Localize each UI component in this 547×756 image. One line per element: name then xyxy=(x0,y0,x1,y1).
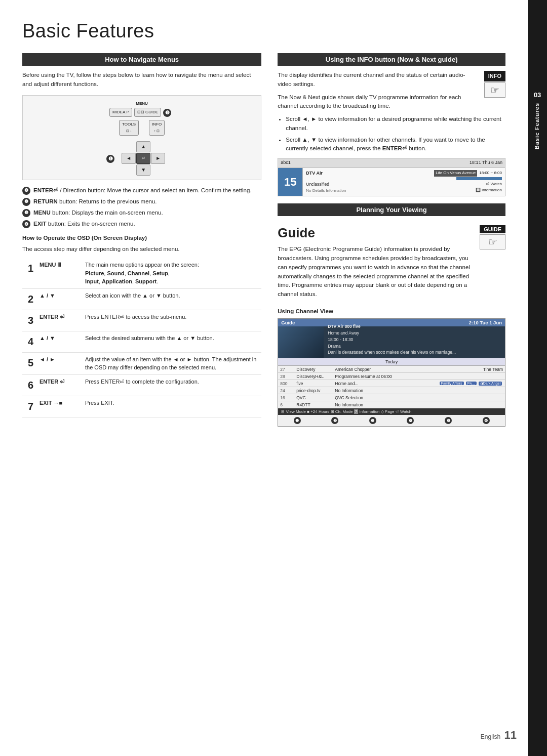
cv-preview-info: DTV Air 800 five Home and Away 18:00 - 1… xyxy=(324,321,460,358)
page-footer: English 11 xyxy=(481,729,517,742)
osd-row-1: 1 MENU Ⅲ The main menu options appear on… xyxy=(22,258,261,288)
osd-num-2: 2 xyxy=(22,288,36,310)
ci-time: 18:11 Thu 6 Jan xyxy=(470,159,502,166)
info-bullet-1: Scroll ◄, ► to view information for a de… xyxy=(286,115,505,133)
cv-ch-6: 6 xyxy=(280,402,294,407)
cv-name-2: DiscoveryH&L xyxy=(296,374,333,379)
cv-prog-5: QVC Selection xyxy=(335,395,503,400)
cv-prog-2: Programmes resume at 06:00 xyxy=(335,374,503,379)
page-title: Basic Features xyxy=(22,20,505,42)
cv-callout-5: ❺ xyxy=(445,417,452,424)
remote-diagram: MENU MIDEA.P ⊞⊟ GUIDE ❸ TOOL xyxy=(22,95,261,180)
cv-footer-text: ⊞ View Mode ■ +24 Hours ⊞ Ch. Mode 7 Inf… xyxy=(281,409,411,414)
cv-preview-desc: Dani is devastated when scott makes clea… xyxy=(328,349,456,356)
cv-name-1: Discovery xyxy=(296,367,333,372)
info-button-section: Using the INFO button (Now & Next guide)… xyxy=(278,53,505,196)
ci-watch: ⏎ Watch xyxy=(476,181,502,187)
callout-item-1: ❶ ENTER⏎ / Direction button: Move the cu… xyxy=(22,186,261,195)
osd-desc-3: Press ENTER⏎ to access the sub-menu. xyxy=(82,310,261,331)
cv-name-5: QVC xyxy=(296,395,333,400)
guide-label: GUIDE xyxy=(480,225,505,233)
cv-name-6: R4DTT xyxy=(296,402,333,407)
callout-item-2: ❷ RETURN button: Returns to the previous… xyxy=(22,197,261,206)
cv-badge-dark-angel: ◑Dark Angel xyxy=(479,382,502,386)
cv-callout-2: ❷ xyxy=(331,417,338,424)
cv-preview: DTV Air 800 five Home and Away 18:00 - 1… xyxy=(278,326,505,358)
info-bullets: Scroll ◄, ► to view information for a de… xyxy=(286,115,505,153)
osd-key-4: ▲ / ▼ xyxy=(36,331,82,352)
navigate-intro: Before using the TV, follow the steps be… xyxy=(22,71,261,89)
footer-page-num: 11 xyxy=(504,729,517,741)
info-button-header: Using the INFO button (Now & Next guide) xyxy=(278,53,505,66)
cv-row-5: 16 QVC QVC Selection xyxy=(278,394,505,401)
cv-callout-4: ❹ xyxy=(407,417,414,424)
cv-callout-1: ❶ xyxy=(294,417,301,424)
dpad-left: ◄ xyxy=(122,153,136,164)
planning-section: Planning Your Viewing Guide The EPG (Ele… xyxy=(278,203,505,427)
callout-3: ❸ xyxy=(163,109,171,117)
info-button-body: INFO ☞ The display identifies the curren… xyxy=(278,71,505,196)
callout-text-1: ENTER⏎ / Direction button: Move the curs… xyxy=(33,186,252,195)
callout-circle-3: ❸ xyxy=(22,209,30,217)
channel-info-ui: abc1 18:11 Thu 6 Jan 15 DTV Air xyxy=(278,158,505,196)
info-body1: The display identifies the current chann… xyxy=(278,71,505,89)
navigate-menus-section: How to Navigate Menus Before using the T… xyxy=(22,53,261,417)
cv-name-4: price-drop.tv xyxy=(296,388,333,393)
callout-item-4: ❹ EXIT button: Exits the on-screen menu. xyxy=(22,220,261,228)
channel-view: Using Channel View Guide 2:10 Tue 1 Jun xyxy=(278,308,505,427)
osd-num-3: 3 xyxy=(22,310,36,331)
cv-ch-1: 27 xyxy=(280,367,294,372)
cv-ch-4: 24 xyxy=(280,388,294,393)
cv-preview-genre: Drama xyxy=(328,343,456,350)
cv-badges-3: Family Affairs Fiv... ◑Dark Angel xyxy=(440,381,503,386)
osd-num-7: 7 xyxy=(22,396,36,417)
dpad-down: ▼ xyxy=(136,164,150,176)
menu-label: MENU xyxy=(28,101,256,107)
cv-row-1: 27 Discovery American Chopper Tine Team xyxy=(278,366,505,373)
cv-callout-3: ❸ xyxy=(369,417,376,424)
osd-intro: The access step may differ depending on … xyxy=(22,245,261,254)
cv-row-2: 28 DiscoveryH&L Programmes resume at 06:… xyxy=(278,373,505,380)
channel-view-ui: Guide 2:10 Tue 1 Jun DTV Air 800 five Ho… xyxy=(278,318,505,427)
osd-desc-6: Press ENTER⏎ to complete the configurati… xyxy=(82,374,261,396)
ci-channel-num: 15 xyxy=(278,168,302,196)
callouts-list: ❶ ENTER⏎ / Direction button: Move the cu… xyxy=(22,186,261,229)
side-tab: 03 Basic Features xyxy=(528,0,547,756)
osd-row-6: 6 ENTER ⏎ Press ENTER⏎ to complete the c… xyxy=(22,374,261,396)
callout-item-3: ❸ MENU button: Displays the main on-scre… xyxy=(22,208,261,217)
osd-key-6: ENTER ⏎ xyxy=(36,374,82,396)
cv-prog-1: American Chopper xyxy=(335,367,481,372)
osd-row-5: 5 ◄ / ► Adjust the value of an item with… xyxy=(22,352,261,374)
osd-num-4: 4 xyxy=(22,331,36,352)
osd-row-4: 4 ▲ / ▼ Select the desired submenu with … xyxy=(22,331,261,352)
cv-prog-4: No Information xyxy=(335,388,503,393)
dpad-up: ▲ xyxy=(136,141,150,152)
guide-button-icon: GUIDE ☞ xyxy=(480,225,505,249)
ci-progress-bar xyxy=(456,177,502,180)
callout-1: ❶ xyxy=(106,155,114,163)
guide-section: Guide The EPG (Electronic Programme Guid… xyxy=(278,225,505,427)
cv-name-3: five xyxy=(296,381,333,386)
info-btn: INFO↑ ⊡ xyxy=(149,120,165,136)
dpad: ▲ ◄ ⏎ ► ▼ xyxy=(122,141,167,176)
cv-preview-subtitle: Home and Away xyxy=(328,330,456,337)
cv-prog-3: Home and... xyxy=(335,381,437,386)
planning-header: Planning Your Viewing xyxy=(278,203,505,216)
ci-prog-name: Life On Venus Avenue xyxy=(434,170,477,176)
cv-preview-title: DTV Air 800 five xyxy=(328,323,456,330)
callout-circle-4: ❹ xyxy=(22,220,30,228)
cv-row-3: 800 five Home and... Family Affairs Fiv.… xyxy=(278,380,505,387)
cv-prog-6: No Information xyxy=(335,402,503,407)
osd-subsection-title: How to Operate the OSD (On Screen Displa… xyxy=(22,234,261,243)
info-button-icon: INFO ☞ xyxy=(484,71,505,98)
cv-preview-image xyxy=(278,326,324,358)
osd-desc-1: The main menu options appear on the scre… xyxy=(82,258,261,288)
guide-body: The EPG (Electronic Programme Guide) inf… xyxy=(278,245,475,299)
chapter-label: Basic Features xyxy=(533,103,541,149)
cv-header-right: 2:10 Tue 1 Jun xyxy=(469,320,502,325)
osd-row-3: 3 ENTER ⏎ Press ENTER⏎ to access the sub… xyxy=(22,310,261,331)
cv-preview-time: 18:00 - 18:30 xyxy=(328,337,456,343)
cv-badge-family: Family Affairs xyxy=(440,382,464,385)
osd-desc-2: Select an icon with the ▲ or ▼ button. xyxy=(82,288,261,310)
guide-hand-icon: ☞ xyxy=(480,234,505,249)
